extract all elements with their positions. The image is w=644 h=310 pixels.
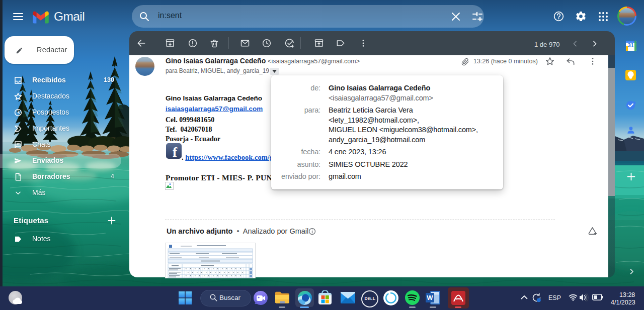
svg-text:W: W	[427, 294, 433, 301]
